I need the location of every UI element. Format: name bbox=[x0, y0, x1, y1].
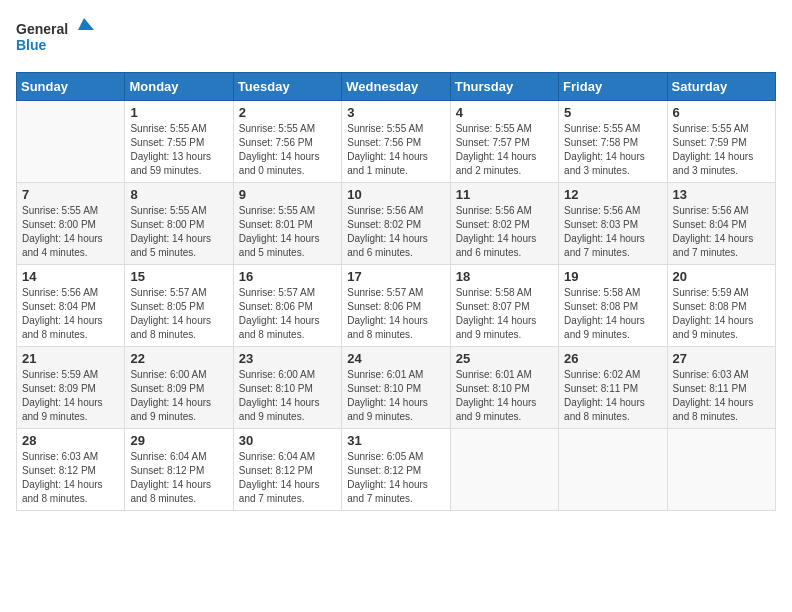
calendar-cell: 29Sunrise: 6:04 AM Sunset: 8:12 PM Dayli… bbox=[125, 429, 233, 511]
calendar-header-row: SundayMondayTuesdayWednesdayThursdayFrid… bbox=[17, 73, 776, 101]
calendar-cell: 11Sunrise: 5:56 AM Sunset: 8:02 PM Dayli… bbox=[450, 183, 558, 265]
day-number: 17 bbox=[347, 269, 444, 284]
calendar-cell bbox=[559, 429, 667, 511]
day-number: 10 bbox=[347, 187, 444, 202]
logo-svg: General Blue bbox=[16, 16, 96, 60]
day-number: 28 bbox=[22, 433, 119, 448]
day-info: Sunrise: 5:59 AM Sunset: 8:08 PM Dayligh… bbox=[673, 286, 770, 342]
day-info: Sunrise: 5:56 AM Sunset: 8:04 PM Dayligh… bbox=[22, 286, 119, 342]
day-number: 12 bbox=[564, 187, 661, 202]
calendar-cell: 10Sunrise: 5:56 AM Sunset: 8:02 PM Dayli… bbox=[342, 183, 450, 265]
day-info: Sunrise: 6:03 AM Sunset: 8:12 PM Dayligh… bbox=[22, 450, 119, 506]
calendar-cell: 18Sunrise: 5:58 AM Sunset: 8:07 PM Dayli… bbox=[450, 265, 558, 347]
day-info: Sunrise: 5:55 AM Sunset: 7:55 PM Dayligh… bbox=[130, 122, 227, 178]
calendar-cell: 4Sunrise: 5:55 AM Sunset: 7:57 PM Daylig… bbox=[450, 101, 558, 183]
day-info: Sunrise: 5:55 AM Sunset: 7:57 PM Dayligh… bbox=[456, 122, 553, 178]
calendar-cell: 19Sunrise: 5:58 AM Sunset: 8:08 PM Dayli… bbox=[559, 265, 667, 347]
calendar-cell: 28Sunrise: 6:03 AM Sunset: 8:12 PM Dayli… bbox=[17, 429, 125, 511]
day-number: 20 bbox=[673, 269, 770, 284]
day-info: Sunrise: 6:01 AM Sunset: 8:10 PM Dayligh… bbox=[347, 368, 444, 424]
calendar-cell: 21Sunrise: 5:59 AM Sunset: 8:09 PM Dayli… bbox=[17, 347, 125, 429]
day-number: 4 bbox=[456, 105, 553, 120]
column-header-sunday: Sunday bbox=[17, 73, 125, 101]
day-info: Sunrise: 5:58 AM Sunset: 8:07 PM Dayligh… bbox=[456, 286, 553, 342]
calendar-cell: 22Sunrise: 6:00 AM Sunset: 8:09 PM Dayli… bbox=[125, 347, 233, 429]
day-number: 15 bbox=[130, 269, 227, 284]
calendar-cell: 3Sunrise: 5:55 AM Sunset: 7:56 PM Daylig… bbox=[342, 101, 450, 183]
day-info: Sunrise: 6:03 AM Sunset: 8:11 PM Dayligh… bbox=[673, 368, 770, 424]
calendar-cell: 9Sunrise: 5:55 AM Sunset: 8:01 PM Daylig… bbox=[233, 183, 341, 265]
calendar-cell: 8Sunrise: 5:55 AM Sunset: 8:00 PM Daylig… bbox=[125, 183, 233, 265]
calendar-cell bbox=[17, 101, 125, 183]
day-number: 24 bbox=[347, 351, 444, 366]
calendar-week-row: 7Sunrise: 5:55 AM Sunset: 8:00 PM Daylig… bbox=[17, 183, 776, 265]
day-number: 16 bbox=[239, 269, 336, 284]
day-number: 23 bbox=[239, 351, 336, 366]
calendar-cell: 1Sunrise: 5:55 AM Sunset: 7:55 PM Daylig… bbox=[125, 101, 233, 183]
day-info: Sunrise: 5:58 AM Sunset: 8:08 PM Dayligh… bbox=[564, 286, 661, 342]
page-header: General Blue bbox=[16, 16, 776, 60]
column-header-monday: Monday bbox=[125, 73, 233, 101]
day-number: 31 bbox=[347, 433, 444, 448]
column-header-thursday: Thursday bbox=[450, 73, 558, 101]
column-header-wednesday: Wednesday bbox=[342, 73, 450, 101]
day-number: 22 bbox=[130, 351, 227, 366]
day-info: Sunrise: 5:56 AM Sunset: 8:03 PM Dayligh… bbox=[564, 204, 661, 260]
day-info: Sunrise: 5:59 AM Sunset: 8:09 PM Dayligh… bbox=[22, 368, 119, 424]
calendar-cell: 27Sunrise: 6:03 AM Sunset: 8:11 PM Dayli… bbox=[667, 347, 775, 429]
calendar-week-row: 1Sunrise: 5:55 AM Sunset: 7:55 PM Daylig… bbox=[17, 101, 776, 183]
day-number: 9 bbox=[239, 187, 336, 202]
day-number: 8 bbox=[130, 187, 227, 202]
day-number: 27 bbox=[673, 351, 770, 366]
calendar-cell: 2Sunrise: 5:55 AM Sunset: 7:56 PM Daylig… bbox=[233, 101, 341, 183]
calendar-cell: 17Sunrise: 5:57 AM Sunset: 8:06 PM Dayli… bbox=[342, 265, 450, 347]
column-header-tuesday: Tuesday bbox=[233, 73, 341, 101]
calendar-cell: 14Sunrise: 5:56 AM Sunset: 8:04 PM Dayli… bbox=[17, 265, 125, 347]
calendar-cell bbox=[667, 429, 775, 511]
calendar-week-row: 14Sunrise: 5:56 AM Sunset: 8:04 PM Dayli… bbox=[17, 265, 776, 347]
day-number: 2 bbox=[239, 105, 336, 120]
calendar-week-row: 21Sunrise: 5:59 AM Sunset: 8:09 PM Dayli… bbox=[17, 347, 776, 429]
day-number: 1 bbox=[130, 105, 227, 120]
day-info: Sunrise: 6:04 AM Sunset: 8:12 PM Dayligh… bbox=[130, 450, 227, 506]
day-info: Sunrise: 5:57 AM Sunset: 8:06 PM Dayligh… bbox=[239, 286, 336, 342]
day-info: Sunrise: 5:57 AM Sunset: 8:05 PM Dayligh… bbox=[130, 286, 227, 342]
day-number: 25 bbox=[456, 351, 553, 366]
day-info: Sunrise: 5:56 AM Sunset: 8:02 PM Dayligh… bbox=[347, 204, 444, 260]
svg-text:General: General bbox=[16, 21, 68, 37]
day-info: Sunrise: 6:04 AM Sunset: 8:12 PM Dayligh… bbox=[239, 450, 336, 506]
day-info: Sunrise: 6:00 AM Sunset: 8:10 PM Dayligh… bbox=[239, 368, 336, 424]
calendar-cell: 15Sunrise: 5:57 AM Sunset: 8:05 PM Dayli… bbox=[125, 265, 233, 347]
day-number: 30 bbox=[239, 433, 336, 448]
day-number: 19 bbox=[564, 269, 661, 284]
calendar-cell: 31Sunrise: 6:05 AM Sunset: 8:12 PM Dayli… bbox=[342, 429, 450, 511]
calendar-cell: 5Sunrise: 5:55 AM Sunset: 7:58 PM Daylig… bbox=[559, 101, 667, 183]
day-number: 5 bbox=[564, 105, 661, 120]
calendar-cell: 16Sunrise: 5:57 AM Sunset: 8:06 PM Dayli… bbox=[233, 265, 341, 347]
calendar-cell: 30Sunrise: 6:04 AM Sunset: 8:12 PM Dayli… bbox=[233, 429, 341, 511]
day-number: 3 bbox=[347, 105, 444, 120]
calendar-cell: 13Sunrise: 5:56 AM Sunset: 8:04 PM Dayli… bbox=[667, 183, 775, 265]
day-number: 26 bbox=[564, 351, 661, 366]
day-info: Sunrise: 5:55 AM Sunset: 7:56 PM Dayligh… bbox=[347, 122, 444, 178]
calendar-cell: 6Sunrise: 5:55 AM Sunset: 7:59 PM Daylig… bbox=[667, 101, 775, 183]
day-info: Sunrise: 5:56 AM Sunset: 8:02 PM Dayligh… bbox=[456, 204, 553, 260]
day-number: 29 bbox=[130, 433, 227, 448]
day-info: Sunrise: 6:00 AM Sunset: 8:09 PM Dayligh… bbox=[130, 368, 227, 424]
svg-marker-2 bbox=[78, 18, 94, 30]
calendar-cell bbox=[450, 429, 558, 511]
column-header-saturday: Saturday bbox=[667, 73, 775, 101]
day-number: 14 bbox=[22, 269, 119, 284]
day-info: Sunrise: 6:02 AM Sunset: 8:11 PM Dayligh… bbox=[564, 368, 661, 424]
day-number: 21 bbox=[22, 351, 119, 366]
calendar-cell: 12Sunrise: 5:56 AM Sunset: 8:03 PM Dayli… bbox=[559, 183, 667, 265]
day-number: 7 bbox=[22, 187, 119, 202]
calendar-cell: 7Sunrise: 5:55 AM Sunset: 8:00 PM Daylig… bbox=[17, 183, 125, 265]
day-info: Sunrise: 5:55 AM Sunset: 7:58 PM Dayligh… bbox=[564, 122, 661, 178]
calendar-table: SundayMondayTuesdayWednesdayThursdayFrid… bbox=[16, 72, 776, 511]
day-number: 18 bbox=[456, 269, 553, 284]
day-info: Sunrise: 5:55 AM Sunset: 8:00 PM Dayligh… bbox=[130, 204, 227, 260]
calendar-cell: 23Sunrise: 6:00 AM Sunset: 8:10 PM Dayli… bbox=[233, 347, 341, 429]
day-info: Sunrise: 5:55 AM Sunset: 7:56 PM Dayligh… bbox=[239, 122, 336, 178]
day-number: 6 bbox=[673, 105, 770, 120]
